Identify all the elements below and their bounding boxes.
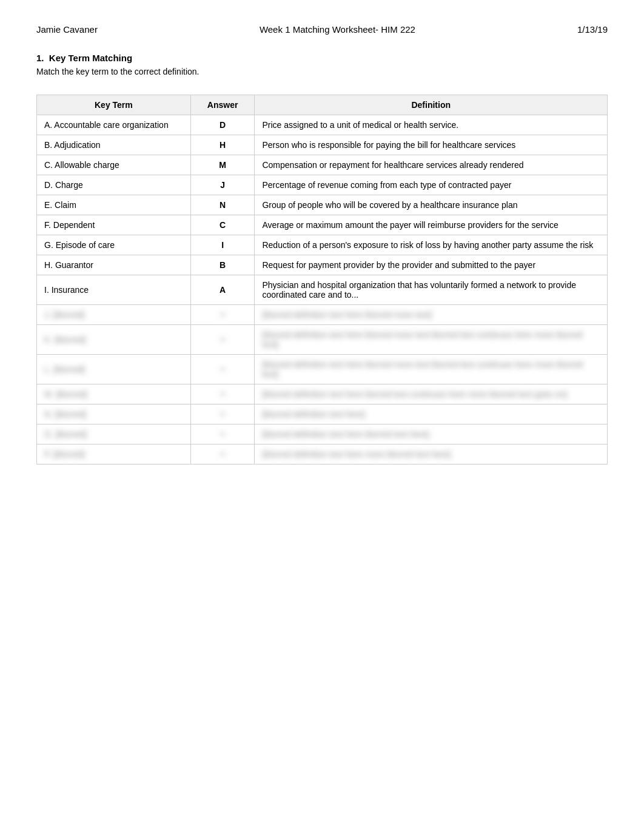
definition-cell: [blurred definition text here more blurr… xyxy=(255,444,608,464)
answer-cell: ~ xyxy=(190,384,255,404)
answer-cell: ~ xyxy=(190,305,255,325)
section-instruction: Match the key term to the correct defini… xyxy=(36,67,608,76)
answer-cell: I xyxy=(190,235,255,255)
answer-cell: H xyxy=(190,135,255,155)
matching-table: Key Term Answer Definition A. Accountabl… xyxy=(36,95,608,464)
table-row: J. [blurred]~[blurred definition text he… xyxy=(37,305,608,325)
answer-cell: M xyxy=(190,155,255,175)
key-term-cell: I. Insurance xyxy=(37,275,191,305)
answer-cell: J xyxy=(190,175,255,195)
key-term-cell: F. Dependent xyxy=(37,215,191,235)
definition-cell: Request for payment provider by the prov… xyxy=(255,255,608,275)
table-header-row: Key Term Answer Definition xyxy=(37,95,608,115)
definition-cell: [blurred definition text here blurred te… xyxy=(255,384,608,404)
key-term-cell: G. Episode of care xyxy=(37,235,191,255)
section-heading: 1. Key Term Matching xyxy=(36,53,608,63)
table-row: G. Episode of careIReduction of a person… xyxy=(37,235,608,255)
key-term-cell: H. Guarantor xyxy=(37,255,191,275)
key-term-cell: K. [blurred] xyxy=(37,325,191,355)
answer-cell: ~ xyxy=(190,424,255,444)
answer-cell: A xyxy=(190,275,255,305)
key-term-cell: O. [blurred] xyxy=(37,424,191,444)
col-header-definition: Definition xyxy=(255,95,608,115)
key-term-cell: B. Adjudication xyxy=(37,135,191,155)
definition-cell: Person who is responsible for paying the… xyxy=(255,135,608,155)
answer-cell: ~ xyxy=(190,355,255,384)
definition-cell: Percentage of revenue coming from each t… xyxy=(255,175,608,195)
definition-cell: [blurred definition text here blurred te… xyxy=(255,424,608,444)
key-term-cell: D. Charge xyxy=(37,175,191,195)
key-term-cell: A. Accountable care organization xyxy=(37,115,191,135)
definition-cell: [blurred definition text here blurred mo… xyxy=(255,355,608,384)
table-row: E. ClaimNGroup of people who will be cov… xyxy=(37,195,608,215)
section-title-block: 1. Key Term Matching Match the key term … xyxy=(36,53,608,76)
date: 1/13/19 xyxy=(577,24,608,35)
key-term-cell: C. Allowable charge xyxy=(37,155,191,175)
key-term-cell: M. [blurred] xyxy=(37,384,191,404)
table-row: H. GuarantorBRequest for payment provide… xyxy=(37,255,608,275)
answer-cell: D xyxy=(190,115,255,135)
table-row: A. Accountable care organizationDPrice a… xyxy=(37,115,608,135)
student-name: Jamie Cavaner xyxy=(36,24,98,35)
key-term-cell: L. [blurred] xyxy=(37,355,191,384)
key-term-cell: E. Claim xyxy=(37,195,191,215)
definition-cell: Physician and hospital organization that… xyxy=(255,275,608,305)
answer-cell: ~ xyxy=(190,404,255,424)
table-row: N. [blurred]~[blurred definition text he… xyxy=(37,404,608,424)
table-row: O. [blurred]~[blurred definition text he… xyxy=(37,424,608,444)
page-header: Jamie Cavaner Week 1 Matching Worksheet-… xyxy=(36,24,608,35)
col-header-key-term: Key Term xyxy=(37,95,191,115)
answer-cell: C xyxy=(190,215,255,235)
col-header-answer: Answer xyxy=(190,95,255,115)
definition-cell: Reduction of a person's exposure to risk… xyxy=(255,235,608,255)
answer-cell: ~ xyxy=(190,325,255,355)
answer-cell: ~ xyxy=(190,444,255,464)
definition-cell: Average or maximum amount the payer will… xyxy=(255,215,608,235)
definition-cell: Price assigned to a unit of medical or h… xyxy=(255,115,608,135)
definition-cell: Compensation or repayment for healthcare… xyxy=(255,155,608,175)
key-term-cell: J. [blurred] xyxy=(37,305,191,325)
key-term-cell: P. [blurred] xyxy=(37,444,191,464)
definition-cell: [blurred definition text here blurred mo… xyxy=(255,325,608,355)
table-row: C. Allowable chargeMCompensation or repa… xyxy=(37,155,608,175)
table-row: F. DependentCAverage or maximum amount t… xyxy=(37,215,608,235)
table-row: L. [blurred]~[blurred definition text he… xyxy=(37,355,608,384)
definition-cell: [blurred definition text here blurred mo… xyxy=(255,305,608,325)
definition-cell: Group of people who will be covered by a… xyxy=(255,195,608,215)
table-row: M. [blurred]~[blurred definition text he… xyxy=(37,384,608,404)
definition-cell: [blurred definition text here] xyxy=(255,404,608,424)
table-row: B. AdjudicationHPerson who is responsibl… xyxy=(37,135,608,155)
answer-cell: B xyxy=(190,255,255,275)
answer-cell: N xyxy=(190,195,255,215)
table-row: I. InsuranceAPhysician and hospital orga… xyxy=(37,275,608,305)
table-row: K. [blurred]~[blurred definition text he… xyxy=(37,325,608,355)
table-row: D. ChargeJPercentage of revenue coming f… xyxy=(37,175,608,195)
worksheet-title: Week 1 Matching Worksheet- HIM 222 xyxy=(260,24,415,35)
table-row: P. [blurred]~[blurred definition text he… xyxy=(37,444,608,464)
key-term-cell: N. [blurred] xyxy=(37,404,191,424)
